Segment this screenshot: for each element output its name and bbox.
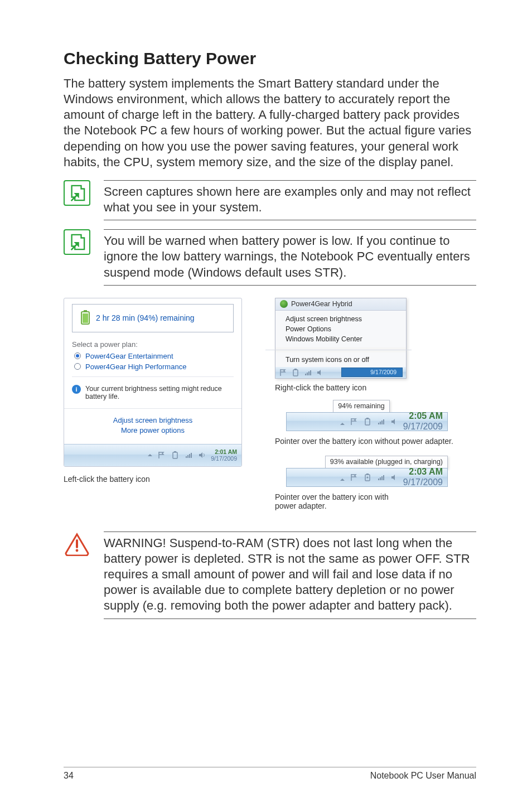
menu-power-options[interactable]: Power Options bbox=[286, 324, 400, 334]
info-icon: i bbox=[72, 385, 81, 394]
brightness-info: i Your current brightness setting might … bbox=[72, 385, 234, 400]
footer-title: Notebook PC User Manual bbox=[370, 771, 476, 781]
power-plan-label: Select a power plan: bbox=[72, 340, 234, 349]
power-flyout-panel: 2 hr 28 min (94%) remaining Select a pow… bbox=[64, 298, 242, 467]
taskbar-sample-1: 2:05 AM 9/17/2009 bbox=[286, 412, 448, 431]
volume-icon[interactable] bbox=[197, 451, 206, 460]
taskbar-date: 9/17/2009 bbox=[211, 455, 237, 462]
tray-overflow-icon[interactable] bbox=[147, 452, 153, 458]
caption-pointer-with-adapter-2: power adapter. bbox=[275, 501, 389, 510]
svg-rect-1 bbox=[84, 310, 87, 312]
tooltip-charging: 93% available (plugged in, charging) bbox=[325, 456, 448, 468]
svg-rect-2 bbox=[83, 313, 88, 323]
flag-icon[interactable] bbox=[157, 451, 166, 460]
note-block-1: Screen captures shown here are examples … bbox=[64, 180, 476, 220]
volume-icon[interactable] bbox=[316, 368, 325, 377]
tooltip-remaining: 94% remaining bbox=[333, 400, 389, 413]
taskbar-date: 9/17/2009 bbox=[403, 477, 443, 487]
link-more-power-options[interactable]: More power options bbox=[64, 426, 241, 434]
battery-tray-icon[interactable] bbox=[363, 417, 372, 426]
network-icon[interactable] bbox=[303, 368, 312, 377]
plan-option-high-performance[interactable]: Power4Gear High Performance bbox=[74, 363, 234, 371]
caption-pointer-with-adapter-1: Pointer over the battery icon with bbox=[275, 492, 389, 501]
taskbar-clock[interactable]: 2:01 AM 9/17/2009 bbox=[211, 448, 237, 462]
menu-mobility-center[interactable]: Windows Mobility Center bbox=[286, 334, 400, 344]
plan-option-label: Power4Gear Entertainment bbox=[85, 352, 173, 360]
battery-remaining-box: 2 hr 28 min (94%) remaining bbox=[72, 304, 234, 332]
note-icon bbox=[64, 180, 90, 206]
caption-left-click: Left-click the battery icon bbox=[64, 475, 265, 484]
caption-right-click: Right-click the battery icon bbox=[275, 383, 366, 392]
tray-overflow-icon[interactable] bbox=[340, 475, 345, 480]
radio-selected-icon bbox=[74, 352, 81, 359]
radio-unselected-icon bbox=[74, 363, 81, 370]
brightness-info-text: Your current brightness setting might re… bbox=[85, 385, 234, 400]
caption-pointer-no-adapter: Pointer over the battery icon without po… bbox=[275, 437, 453, 446]
volume-icon[interactable] bbox=[390, 417, 399, 426]
warning-text: WARNING! Suspend-to-RAM (STR) does not l… bbox=[104, 532, 476, 619]
battery-tray-icon[interactable] bbox=[291, 368, 300, 377]
context-clock: 9/17/2009 bbox=[341, 368, 403, 377]
taskbar: 2:01 AM 9/17/2009 bbox=[64, 444, 241, 466]
battery-icon bbox=[80, 310, 90, 326]
menu-adjust-brightness[interactable]: Adjust screen brightness bbox=[286, 314, 400, 324]
svg-rect-10 bbox=[366, 474, 369, 475]
svg-rect-8 bbox=[366, 418, 369, 419]
note-text-2: You will be warned when battery power is… bbox=[104, 229, 476, 285]
note-text-1: Screen captures shown here are examples … bbox=[104, 180, 476, 220]
battery-tray-icon[interactable] bbox=[171, 451, 180, 460]
warning-icon bbox=[64, 532, 90, 557]
flag-icon[interactable] bbox=[350, 473, 359, 482]
plan-option-label: Power4Gear High Performance bbox=[85, 363, 186, 371]
plan-option-entertainment[interactable]: Power4Gear Entertainment bbox=[74, 352, 234, 360]
taskbar-time: 2:05 AM bbox=[403, 411, 443, 421]
network-icon[interactable] bbox=[184, 451, 193, 460]
network-icon[interactable] bbox=[376, 473, 385, 482]
warning-block: WARNING! Suspend-to-RAM (STR) does not l… bbox=[64, 532, 476, 619]
page-number: 34 bbox=[64, 771, 74, 781]
menu-system-icons[interactable]: Turn system icons on or off bbox=[286, 355, 400, 365]
link-adjust-brightness[interactable]: Adjust screen brightness bbox=[64, 416, 241, 424]
intro-paragraph: The battery system implements the Smart … bbox=[64, 76, 476, 170]
taskbar-time: 2:03 AM bbox=[403, 467, 443, 477]
taskbar-clock[interactable]: 2:03 AM 9/17/2009 bbox=[403, 467, 443, 487]
context-menu-title: Power4Gear Hybrid bbox=[291, 300, 352, 308]
flag-icon[interactable] bbox=[350, 417, 359, 426]
volume-icon[interactable] bbox=[390, 473, 399, 482]
taskbar-time: 2:01 AM bbox=[211, 448, 237, 455]
flag-icon[interactable] bbox=[279, 368, 288, 377]
battery-charging-icon[interactable] bbox=[363, 473, 372, 482]
svg-rect-4 bbox=[174, 451, 176, 452]
power4gear-icon bbox=[280, 300, 288, 308]
note-block-2: You will be warned when battery power is… bbox=[64, 229, 476, 285]
network-icon[interactable] bbox=[376, 417, 385, 426]
svg-rect-6 bbox=[294, 369, 297, 370]
taskbar-clock[interactable]: 2:05 AM 9/17/2009 bbox=[403, 411, 443, 432]
note-icon bbox=[64, 229, 90, 255]
svg-rect-7 bbox=[365, 419, 370, 425]
battery-context-menu: Power4Gear Hybrid Adjust screen brightne… bbox=[275, 298, 407, 379]
svg-rect-5 bbox=[293, 370, 298, 376]
svg-point-11 bbox=[76, 549, 79, 552]
taskbar-date: 9/17/2009 bbox=[403, 422, 443, 432]
page-heading: Checking Battery Power bbox=[64, 49, 476, 68]
battery-remaining-text: 2 hr 28 min (94%) remaining bbox=[96, 313, 195, 322]
tray-overflow-icon[interactable] bbox=[340, 419, 345, 424]
svg-rect-3 bbox=[173, 452, 177, 458]
taskbar-sample-2: 2:03 AM 9/17/2009 bbox=[286, 468, 448, 487]
